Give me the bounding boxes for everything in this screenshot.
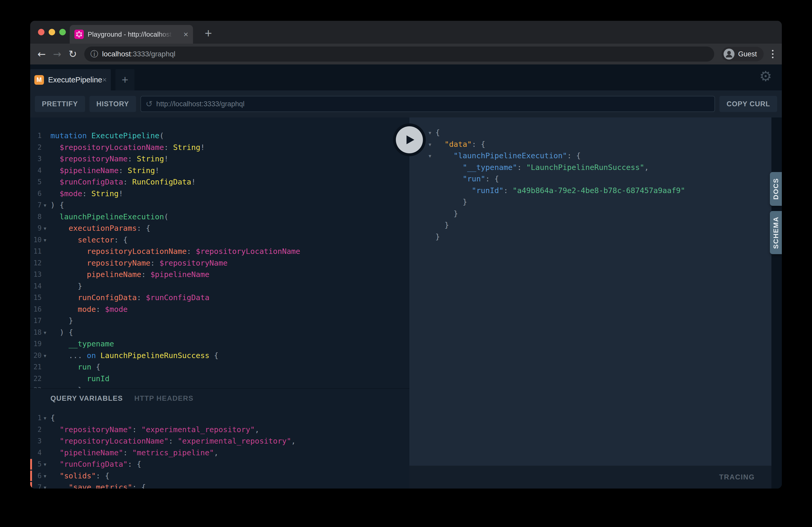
tab-query-variables[interactable]: QUERY VARIABLES (50, 394, 123, 403)
docs-side-tab[interactable]: DOCS (770, 172, 782, 206)
site-info-icon[interactable]: ⓘ (90, 49, 98, 60)
line-number: 13 (30, 269, 42, 281)
profile-button[interactable]: Guest (722, 47, 764, 61)
close-tab-icon[interactable]: × (183, 30, 188, 39)
minimize-window-button[interactable] (49, 29, 55, 35)
code-line[interactable]: } (409, 219, 771, 231)
code-line[interactable]: } (409, 208, 771, 220)
fold-arrow-icon[interactable]: ▾ (42, 412, 48, 424)
code-line[interactable]: } (409, 196, 771, 208)
code-text: ) { (48, 327, 73, 338)
add-session-button[interactable]: + (115, 69, 134, 90)
code-line[interactable]: 11 repositoryLocationName: $repositoryLo… (30, 245, 409, 257)
code-line[interactable]: "run": { (409, 173, 771, 185)
code-line[interactable]: "runId": "a49b864a-79e2-4be8-b78c-687457… (409, 185, 771, 196)
endpoint-value: http://localhost:3333/graphql (156, 100, 245, 108)
fold-arrow-icon[interactable]: ▾ (426, 150, 433, 162)
code-line[interactable]: 9▾ executionParams: { (30, 223, 409, 234)
fold-arrow-icon[interactable]: ▾ (42, 458, 48, 470)
line-number: 1 (30, 130, 42, 141)
address-bar[interactable]: ⓘ localhost:3333/graphql (84, 46, 714, 62)
history-button[interactable]: HISTORY (89, 96, 136, 112)
code-line[interactable]: } (409, 231, 771, 243)
code-line[interactable]: 8 launchPipelineExecution( (30, 211, 409, 223)
line-number: 9 (30, 223, 42, 234)
session-tab-executepipeline[interactable]: M ExecutePipeline × (30, 69, 111, 90)
close-session-icon[interactable]: × (102, 75, 107, 84)
line-number: 20 (30, 350, 42, 361)
code-line[interactable]: 1▾{ (30, 412, 409, 424)
line-number: 3 (30, 435, 42, 447)
code-line[interactable]: 5 $runConfigData: RunConfigData! (30, 176, 409, 188)
query-editor[interactable]: 1mutation ExecutePipeline(2 $repositoryL… (30, 118, 409, 388)
code-line[interactable]: 21 run { (30, 361, 409, 373)
code-text: "pipelineName": "metrics_pipeline", (48, 447, 218, 459)
fold-arrow-icon[interactable]: ▾ (42, 350, 48, 362)
close-window-button[interactable] (38, 29, 44, 35)
code-line[interactable]: "__typename": "LaunchPipelineRunSuccess"… (409, 162, 771, 173)
code-line[interactable]: 23 } (30, 384, 409, 388)
code-line[interactable]: 2 $repositoryLocationName: String! (30, 141, 409, 153)
browser-tab[interactable]: Playground - http://localhost:3 × (70, 25, 193, 44)
code-line[interactable]: 13 pipelineName: $pipelineName (30, 269, 409, 281)
copy-curl-button[interactable]: COPY CURL (720, 96, 777, 112)
fold-arrow-icon[interactable]: ▾ (426, 138, 433, 150)
forward-button[interactable]: → (53, 49, 61, 59)
code-line[interactable]: 22 runId (30, 373, 409, 385)
line-number: 6 (30, 188, 42, 199)
line-number: 16 (30, 303, 42, 315)
code-line[interactable]: 7▾) { (30, 199, 409, 211)
code-line[interactable]: 10▾ selector: { (30, 234, 409, 246)
line-number: 6 (30, 470, 42, 482)
code-line[interactable]: 6▾ "solids": { (30, 470, 409, 482)
code-line[interactable]: 18▾ ) { (30, 327, 409, 338)
code-line[interactable]: ▾ "data": { (409, 138, 771, 150)
code-line[interactable]: ▾ "launchPipelineExecution": { (409, 150, 771, 162)
zoom-window-button[interactable] (59, 29, 66, 35)
code-line[interactable]: 3 "repositoryLocationName": "experimenta… (30, 435, 409, 447)
settings-gear-icon[interactable]: ⚙ (759, 68, 772, 85)
new-tab-button[interactable]: + (200, 25, 217, 42)
code-line[interactable]: 1mutation ExecutePipeline( (30, 130, 409, 141)
browser-tab-title: Playground - http://localhost:3 (88, 30, 173, 39)
code-line[interactable]: 3 $repositoryName: String! (30, 153, 409, 165)
code-line[interactable]: 15 runConfigData: $runConfigData (30, 292, 409, 303)
reload-button[interactable]: ↻ (69, 49, 77, 59)
line-number: 2 (30, 141, 42, 153)
reload-schema-icon[interactable]: ↺ (146, 99, 153, 109)
line-number: 8 (30, 211, 42, 223)
execute-query-button[interactable] (393, 123, 426, 156)
fold-arrow-icon[interactable]: ▾ (42, 482, 48, 488)
code-line[interactable]: 12 repositoryName: $repositoryName (30, 257, 409, 269)
code-line[interactable]: 5▾ "runConfigData": { (30, 458, 409, 470)
code-line[interactable]: 6 $mode: String! (30, 188, 409, 199)
variables-header: QUERY VARIABLES HTTP HEADERS (30, 389, 409, 403)
response-viewer[interactable]: ▾{▾ "data": {▾ "launchPipelineExecution"… (409, 118, 771, 466)
code-line[interactable]: 4 "pipelineName": "metrics_pipeline", (30, 447, 409, 459)
code-line[interactable]: 19 __typename (30, 338, 409, 350)
tracing-toggle[interactable]: TRACING (719, 473, 755, 481)
code-line[interactable]: ▾{ (409, 127, 771, 138)
tab-http-headers[interactable]: HTTP HEADERS (134, 394, 194, 403)
fold-arrow-icon[interactable]: ▾ (42, 223, 48, 235)
back-button[interactable]: ← (38, 49, 46, 59)
variables-editor[interactable]: 1▾{2 "repositoryName": "experimental_rep… (30, 412, 409, 488)
prettify-button[interactable]: PRETTIFY (35, 96, 85, 112)
fold-arrow-icon[interactable]: ▾ (42, 327, 48, 338)
code-line[interactable]: 16 mode: $mode (30, 303, 409, 315)
browser-menu-button[interactable] (771, 49, 774, 59)
endpoint-input[interactable]: ↺ http://localhost:3333/graphql (141, 96, 715, 112)
docs-label: DOCS (772, 178, 780, 199)
code-line[interactable]: 17 } (30, 315, 409, 327)
code-line[interactable]: 4 $pipelineName: String! (30, 165, 409, 177)
code-line[interactable]: 2 "repositoryName": "experimental_reposi… (30, 424, 409, 436)
fold-arrow-icon[interactable]: ▾ (42, 199, 48, 211)
code-line[interactable]: 14 } (30, 281, 409, 292)
code-line[interactable]: 7▾ "save_metrics": { (30, 482, 409, 488)
code-line[interactable]: 20▾ ... on LaunchPipelineRunSuccess { (30, 350, 409, 361)
code-text: { (433, 127, 440, 138)
fold-arrow-icon[interactable]: ▾ (42, 470, 48, 482)
schema-side-tab[interactable]: SCHEMA (770, 211, 782, 254)
fold-arrow-icon[interactable]: ▾ (426, 127, 433, 139)
fold-arrow-icon[interactable]: ▾ (42, 234, 48, 246)
